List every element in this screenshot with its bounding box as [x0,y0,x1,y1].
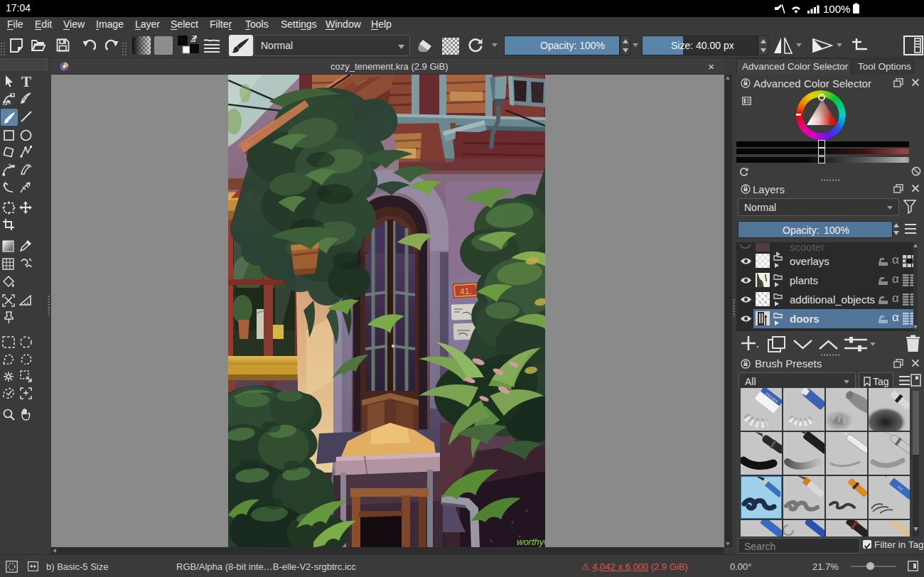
svg-text:worthy6: worthy6 [517,536,545,547]
svg-text:41.: 41. [460,286,472,297]
svg-text:100%: 100% [823,3,850,15]
